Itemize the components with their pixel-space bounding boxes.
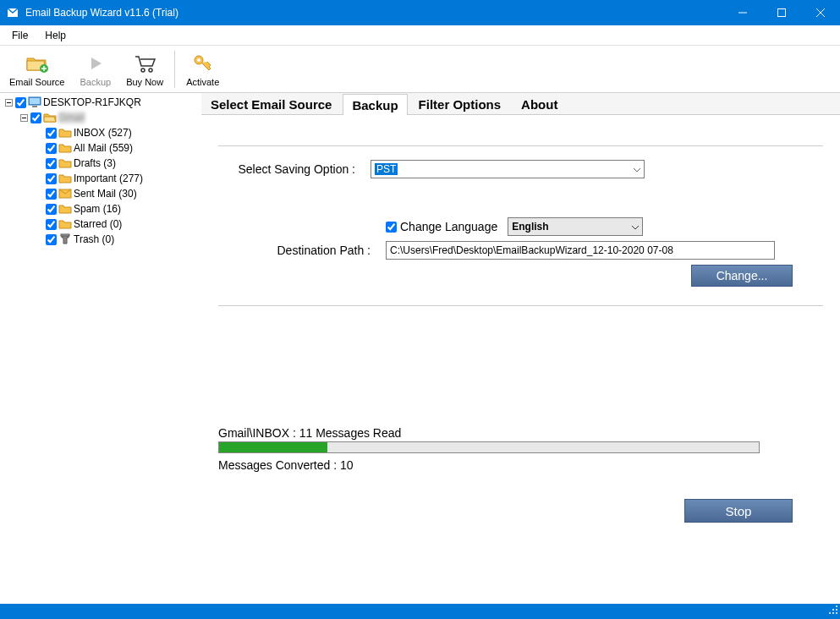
tree-root[interactable]: DESKTOP-R1FJKQR xyxy=(3,95,198,110)
svg-point-22 xyxy=(832,609,834,611)
folder-open-icon xyxy=(43,111,57,124)
toolbar-separator xyxy=(174,51,175,88)
cart-icon xyxy=(133,52,156,75)
folder-icon xyxy=(58,172,72,185)
folder-icon xyxy=(58,126,72,140)
key-icon xyxy=(191,52,215,75)
tree-folder[interactable]: INBOX (527) xyxy=(34,125,198,140)
tree-checkbox[interactable] xyxy=(46,128,57,139)
menu-file[interactable]: File xyxy=(3,28,36,43)
chevron-down-icon xyxy=(634,163,640,175)
stop-button[interactable]: Stop xyxy=(684,499,793,523)
folder-icon xyxy=(58,202,72,216)
statusbar xyxy=(0,604,840,619)
folder-icon xyxy=(58,187,72,200)
tree-folder[interactable]: Important (277) xyxy=(34,171,198,186)
menu-help[interactable]: Help xyxy=(36,28,74,43)
collapse-icon[interactable] xyxy=(3,97,14,107)
tree-checkbox[interactable] xyxy=(15,97,26,108)
destination-path-input[interactable] xyxy=(386,241,775,260)
tree-folder[interactable]: Spam (16) xyxy=(34,201,198,216)
folder-icon xyxy=(58,156,72,170)
computer-icon xyxy=(28,96,41,109)
collapse-icon[interactable] xyxy=(19,112,29,123)
svg-rect-20 xyxy=(61,234,69,236)
svg-point-26 xyxy=(836,612,837,614)
maximize-button[interactable] xyxy=(762,0,801,25)
folder-icon xyxy=(58,217,72,231)
tree-checkbox[interactable] xyxy=(46,143,57,154)
activate-button[interactable]: Activate xyxy=(179,47,226,91)
saving-option-label: Select Saving Option : xyxy=(218,162,371,176)
saving-option-select[interactable]: PST xyxy=(371,160,645,178)
destination-path-label: Destination Path : xyxy=(218,244,386,257)
folder-tree[interactable]: DESKTOP-R1FJKQR Gmail INBOX (527)All Mai… xyxy=(0,93,201,604)
toolbar: Email Source Backup Buy Now Activate xyxy=(0,46,840,93)
tree-checkbox[interactable] xyxy=(46,173,57,184)
svg-point-9 xyxy=(149,68,152,72)
resize-grip[interactable] xyxy=(828,605,838,617)
play-icon xyxy=(84,52,107,75)
minimize-button[interactable] xyxy=(723,0,762,25)
tree-folder[interactable]: All Mail (559) xyxy=(34,140,198,156)
tree-checkbox[interactable] xyxy=(46,189,57,200)
menubar: File Help xyxy=(0,25,840,46)
tab-about[interactable]: About xyxy=(512,93,567,114)
change-language-checkbox[interactable] xyxy=(386,222,397,233)
tree-checkbox[interactable] xyxy=(46,204,57,215)
messages-converted-label: Messages Converted : 10 xyxy=(218,458,823,472)
tree-folder[interactable]: Starred (0) xyxy=(34,216,198,232)
app-icon xyxy=(0,6,25,19)
svg-point-8 xyxy=(141,68,145,72)
tree-checkbox[interactable] xyxy=(46,158,57,169)
svg-rect-15 xyxy=(30,98,40,104)
folder-add-icon xyxy=(25,52,49,75)
tree-account[interactable]: Gmail xyxy=(19,110,198,125)
tree-folder[interactable]: Drafts (3) xyxy=(34,156,198,171)
svg-point-24 xyxy=(829,612,831,614)
buy-now-button[interactable]: Buy Now xyxy=(119,47,170,91)
progress-bar xyxy=(218,441,760,453)
titlebar: Email Backup Wizard v11.6 (Trial) xyxy=(0,0,840,25)
change-language-label: Change Language xyxy=(400,220,497,233)
window-title: Email Backup Wizard v11.6 (Trial) xyxy=(25,7,723,19)
progress-status-label: Gmail\INBOX : 11 Messages Read xyxy=(218,426,823,440)
svg-point-21 xyxy=(836,605,837,607)
tab-select-source[interactable]: Select Email Source xyxy=(201,93,341,114)
tree-checkbox[interactable] xyxy=(46,219,57,230)
tree-checkbox[interactable] xyxy=(46,234,57,245)
tree-folder[interactable]: Trash (0) xyxy=(34,232,198,247)
language-select[interactable]: English xyxy=(508,217,643,236)
tab-filter-options[interactable]: Filter Options xyxy=(409,93,511,114)
folder-icon xyxy=(58,141,72,155)
change-button[interactable]: Change... xyxy=(691,265,793,287)
folder-icon xyxy=(58,233,72,246)
svg-rect-16 xyxy=(32,106,37,107)
tab-backup[interactable]: Backup xyxy=(343,94,407,115)
tabs: Select Email Source Backup Filter Option… xyxy=(201,93,840,115)
close-button[interactable] xyxy=(801,0,840,25)
svg-point-11 xyxy=(197,58,200,62)
tree-folder[interactable]: Sent Mail (30) xyxy=(34,186,198,201)
email-source-button[interactable]: Email Source xyxy=(3,47,71,91)
svg-point-23 xyxy=(836,609,837,611)
svg-point-25 xyxy=(832,612,834,614)
tree-checkbox[interactable] xyxy=(30,112,41,123)
svg-rect-2 xyxy=(778,9,786,17)
chevron-down-icon xyxy=(632,221,639,233)
backup-button: Backup xyxy=(73,47,118,91)
